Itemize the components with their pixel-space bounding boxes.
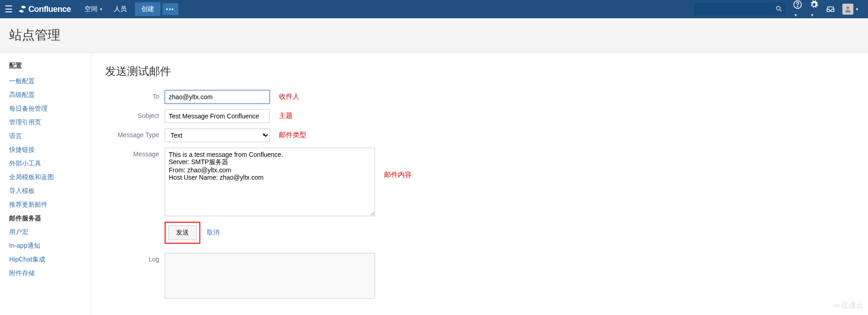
message-type-select[interactable]: Text: [165, 128, 270, 142]
sidebar-item-user-macros[interactable]: 用户宏: [9, 225, 91, 239]
sidebar-item-hipchat[interactable]: HipChat集成: [9, 253, 91, 267]
sidebar: 配置 一般配置 高级配置 每日备份管理 管理引用页 语言 快捷链接 外部小工具 …: [0, 53, 91, 315]
send-button-highlight: 发送: [165, 222, 200, 244]
svg-point-3: [797, 6, 798, 6]
page-header: 站点管理: [0, 18, 868, 53]
form-row-message-type: Message Type Text ▼ 邮件类型: [105, 128, 854, 142]
subject-field[interactable]: [165, 109, 270, 123]
svg-point-4: [847, 6, 849, 9]
help-icon[interactable]: ▼: [793, 0, 802, 19]
create-button[interactable]: 创建: [135, 2, 161, 16]
to-label: To: [105, 90, 165, 100]
sidebar-item-import-templates[interactable]: 导入模板: [9, 184, 91, 198]
confluence-logo[interactable]: Confluence: [18, 5, 71, 14]
log-label: Log: [105, 253, 165, 263]
chevron-down-icon: ▼: [855, 7, 859, 11]
button-row: 发送 取消: [165, 222, 854, 244]
search-wrap: [694, 3, 786, 16]
sidebar-item-backup[interactable]: 每日备份管理: [9, 102, 91, 116]
annotation-to: 收件人: [279, 90, 300, 101]
form-row-to: To 收件人: [105, 90, 854, 104]
sidebar-item-recommended-updates[interactable]: 推荐更新邮件: [9, 198, 91, 212]
nav-spaces[interactable]: 空间 ▼: [79, 0, 108, 18]
sidebar-item-advanced-config[interactable]: 高级配置: [9, 88, 91, 102]
main-content: 发送测试邮件 To 收件人 Subject 主题 Message Type Te…: [91, 53, 868, 315]
chevron-down-icon: ▼: [794, 13, 798, 17]
annotation-message-type: 邮件类型: [279, 128, 306, 139]
nav-right: ▼ ▼ ▼: [694, 0, 863, 19]
sidebar-item-templates[interactable]: 全局模板和蓝图: [9, 171, 91, 184]
top-navbar: ☰ Confluence 空间 ▼ 人员 创建 ••• ▼ ▼: [0, 0, 868, 18]
send-button[interactable]: 发送: [168, 225, 197, 240]
message-field[interactable]: This is a test message from Confluence. …: [165, 148, 375, 216]
main-layout: 配置 一般配置 高级配置 每日备份管理 管理引用页 语言 快捷链接 外部小工具 …: [0, 53, 868, 315]
annotation-message: 邮件内容: [384, 148, 412, 179]
sidebar-item-language[interactable]: 语言: [9, 129, 91, 143]
form-row-log: Log: [105, 253, 854, 299]
message-label: Message: [105, 148, 165, 158]
svg-line-1: [780, 10, 782, 11]
form-row-subject: Subject 主题: [105, 109, 854, 123]
sidebar-item-referrers[interactable]: 管理引用页: [9, 116, 91, 129]
search-icon[interactable]: [776, 5, 782, 12]
confluence-logo-icon: [18, 5, 27, 13]
nav-left: ☰ Confluence 空间 ▼ 人员 创建 •••: [5, 0, 694, 18]
sidebar-item-inapp-notifications[interactable]: In-app通知: [9, 239, 91, 253]
profile-menu[interactable]: ▼: [842, 4, 859, 15]
sidebar-item-mail-servers[interactable]: 邮件服务器: [9, 212, 91, 225]
brand-text: Confluence: [28, 5, 71, 14]
subject-label: Subject: [105, 109, 165, 119]
to-field[interactable]: [165, 90, 270, 104]
cancel-link[interactable]: 取消: [207, 229, 220, 237]
avatar-icon: [842, 4, 853, 15]
inbox-icon[interactable]: [826, 5, 835, 14]
sidebar-item-shortcuts[interactable]: 快捷链接: [9, 143, 91, 157]
more-button[interactable]: •••: [162, 3, 178, 15]
hamburger-icon[interactable]: ☰: [5, 4, 13, 15]
sidebar-item-attachment-storage[interactable]: 附件存储: [9, 267, 91, 280]
nav-people[interactable]: 人员: [108, 0, 132, 18]
content-title: 发送测试邮件: [105, 64, 854, 79]
gear-icon[interactable]: ▼: [809, 0, 819, 19]
annotation-subject: 主题: [279, 109, 293, 120]
sidebar-item-general-config[interactable]: 一般配置: [9, 75, 91, 88]
nav-spaces-label: 空间: [85, 5, 97, 13]
sidebar-heading: 配置: [9, 62, 91, 70]
search-input[interactable]: [694, 3, 786, 16]
sidebar-item-gadgets[interactable]: 外部小工具: [9, 157, 91, 171]
form-row-message: Message This is a test message from Conf…: [105, 148, 854, 216]
svg-point-0: [777, 6, 780, 10]
message-type-label: Message Type: [105, 128, 165, 139]
chevron-down-icon: ▼: [810, 13, 814, 17]
log-output: [165, 253, 375, 299]
page-title: 站点管理: [9, 27, 859, 44]
chevron-down-icon: ▼: [99, 7, 103, 11]
